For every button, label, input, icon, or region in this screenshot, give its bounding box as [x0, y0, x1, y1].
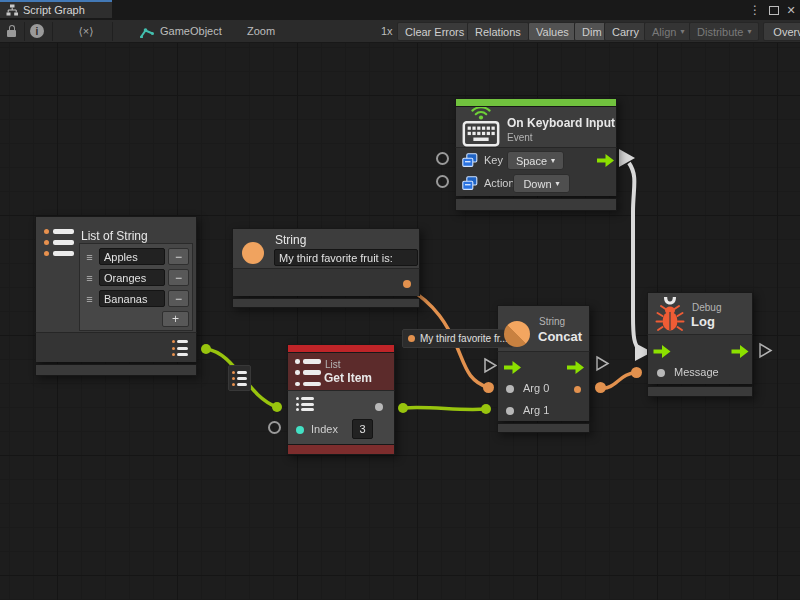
list-input-port-icon[interactable] — [296, 397, 316, 411]
info-button[interactable]: i — [30, 24, 45, 39]
wire-value-badge-string: My third favorite fr... — [402, 329, 513, 348]
string-method-icon — [504, 321, 530, 347]
clear-errors-button[interactable]: Clear Errors — [397, 22, 472, 41]
list-footer-row: + — [83, 309, 189, 328]
wire-endpoint-concat-out[interactable] — [595, 382, 606, 393]
list-item-row: ≡ Bananas − — [83, 288, 189, 309]
item-output-port[interactable] — [375, 403, 383, 411]
wire-endpoint-list-out[interactable] — [201, 344, 211, 354]
info-icon: i — [30, 24, 44, 38]
string-value-field[interactable]: My third favorite fruit is: — [274, 249, 418, 266]
wire-value-text: My third favorite fr... — [420, 333, 507, 344]
value-port-action-unconnected[interactable] — [436, 175, 449, 188]
node-subtitle: List — [325, 359, 341, 371]
button-label: Distribute — [697, 26, 743, 38]
node-on-keyboard-input[interactable]: On Keyboard Input Event Key Space ▾ A — [455, 98, 617, 211]
carry-toggle-button[interactable]: Carry — [604, 22, 647, 41]
button-label: Relations — [475, 26, 521, 38]
maximize-icon — [769, 6, 779, 15]
tab-script-graph[interactable]: Script Graph — [0, 0, 112, 18]
list-icon — [295, 359, 321, 386]
arg1-input-port[interactable] — [506, 407, 514, 415]
graph-toolbar: i ⟨×⟩ GameObject Zoom 1x Clear Errors Re… — [0, 20, 800, 43]
button-label: Carry — [612, 26, 639, 38]
flow-out-port-concat[interactable] — [567, 361, 584, 374]
list-item-field[interactable]: Oranges — [99, 269, 165, 286]
list-output-port-icon[interactable] — [172, 340, 188, 356]
node-list-of-string[interactable]: List of String ≡ Apples − ≡ Oranges − ≡ … — [35, 216, 197, 376]
drag-handle-icon[interactable]: ≡ — [83, 293, 96, 305]
button-label: Clear Errors — [405, 26, 464, 38]
node-footer — [232, 298, 420, 308]
flow-out-port-keyboard[interactable] — [597, 154, 614, 167]
drag-handle-icon[interactable]: ≡ — [83, 251, 96, 263]
values-toggle-button[interactable]: Values — [528, 22, 577, 41]
node-debug-log[interactable]: Debug Log Message — [647, 292, 753, 397]
list-icon — [232, 371, 247, 386]
flow-in-port-log[interactable] — [653, 345, 671, 358]
string-type-dot — [408, 335, 415, 342]
toolbar-separator — [112, 22, 113, 41]
error-color-strip — [287, 344, 395, 352]
index-input-port[interactable] — [296, 426, 304, 434]
wire-endpoint-concat-arg0[interactable] — [483, 382, 494, 393]
string-output-port[interactable] — [403, 280, 411, 288]
port-label-arg0: Arg 0 — [523, 382, 549, 394]
distribute-dropdown-button[interactable]: Distribute ▾ — [689, 22, 759, 41]
arg0-input-port[interactable] — [506, 385, 514, 393]
message-input-port[interactable] — [657, 369, 665, 377]
remove-item-button[interactable]: − — [168, 248, 189, 265]
keycode-enum-icon — [462, 176, 478, 191]
node-subtitle: Event — [507, 132, 533, 144]
node-string-literal[interactable]: String My third favorite fruit is: — [232, 228, 420, 308]
list-item-row: ≡ Oranges − — [83, 267, 189, 288]
value-port-key-unconnected[interactable] — [436, 152, 449, 165]
align-dropdown-button[interactable]: Align ▾ — [644, 22, 692, 41]
string-list-editor: ≡ Apples − ≡ Oranges − ≡ Bananas − + — [79, 243, 193, 331]
node-footer — [497, 423, 590, 433]
node-footer — [287, 444, 395, 455]
index-value-field[interactable]: 3 — [352, 419, 373, 439]
flow-out-port-log[interactable] — [731, 345, 749, 358]
chevron-down-icon: ▾ — [747, 27, 751, 36]
list-item-field[interactable]: Bananas — [99, 290, 165, 307]
unity-script-graph-window: Script Graph ⋮ ✕ i ⟨×⟩ — [0, 0, 800, 600]
bug-icon — [655, 296, 685, 332]
zoom-label: Zoom — [247, 25, 275, 37]
flow-in-port-concat[interactable] — [504, 361, 521, 374]
chevron-down-icon: ▾ — [556, 179, 560, 188]
wire-endpoint-getitem-out[interactable] — [398, 403, 408, 413]
remove-item-button[interactable]: − — [168, 290, 189, 307]
dropdown-value: Down — [523, 178, 551, 190]
window-close-button[interactable]: ✕ — [783, 0, 799, 20]
node-get-item[interactable]: List Get Item Index 3 — [287, 344, 395, 455]
port-label-arg1: Arg 1 — [523, 404, 549, 416]
node-subtitle: String — [539, 316, 565, 328]
code-view-button[interactable]: ⟨×⟩ — [72, 25, 100, 38]
index-port-unconnected[interactable] — [268, 421, 281, 434]
action-dropdown[interactable]: Down ▾ — [513, 174, 570, 193]
button-label: Dim — [582, 26, 602, 38]
node-title: Log — [691, 315, 715, 328]
wire-endpoint-concat-arg1[interactable] — [481, 404, 491, 414]
node-title: Get Item — [324, 372, 372, 385]
remove-item-button[interactable]: − — [168, 269, 189, 286]
window-menu-button[interactable]: ⋮ — [748, 0, 762, 20]
tab-title: Script Graph — [23, 4, 85, 16]
node-title: On Keyboard Input — [507, 117, 615, 130]
button-label: Values — [536, 26, 569, 38]
zoom-value: 1x — [381, 25, 393, 37]
drag-handle-icon[interactable]: ≡ — [83, 272, 96, 284]
wire-endpoint-getitem-in[interactable] — [272, 402, 282, 412]
wire-endpoint-log-message[interactable] — [631, 367, 642, 378]
add-item-button[interactable]: + — [162, 311, 189, 327]
relations-button[interactable]: Relations — [467, 22, 529, 41]
result-output-port[interactable] — [574, 386, 581, 393]
window-maximize-button[interactable] — [766, 0, 782, 20]
overview-button[interactable]: Overv — [763, 22, 800, 41]
list-item-field[interactable]: Apples — [99, 248, 165, 265]
toolbar-separator — [52, 22, 53, 41]
button-label: Align — [652, 26, 676, 38]
key-dropdown[interactable]: Space ▾ — [507, 151, 564, 170]
lock-button[interactable] — [4, 24, 20, 38]
